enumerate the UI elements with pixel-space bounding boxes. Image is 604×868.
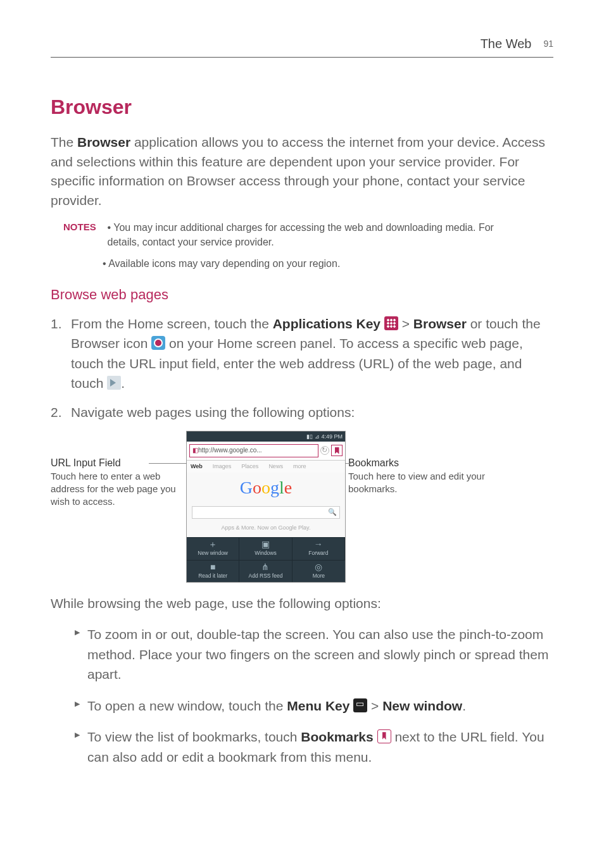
step-2: Navigate web pages using the following o… bbox=[51, 402, 553, 423]
callout-bookmarks: Bookmarks Touch here to view and edit yo… bbox=[348, 431, 500, 495]
menu-more[interactable]: ◎More bbox=[293, 560, 345, 582]
tab-places[interactable]: Places bbox=[241, 462, 258, 471]
refresh-icon[interactable] bbox=[320, 446, 329, 455]
rss-icon: ⋔ bbox=[239, 562, 291, 571]
plus-circle-icon: ＋ bbox=[187, 540, 239, 549]
subheading: Browse web pages bbox=[51, 285, 553, 305]
note-item-1: You may incur additional charges for acc… bbox=[107, 222, 493, 247]
callout-url-input: URL Input Field Touch here to enter a we… bbox=[51, 431, 184, 508]
annotated-screenshot: URL Input Field Touch here to enter a we… bbox=[51, 431, 553, 583]
apps-grid-icon bbox=[384, 316, 398, 330]
applications-key-label: Applications Key bbox=[273, 316, 381, 331]
google-promo-line: Apps & More. Now on Google Play. bbox=[187, 523, 345, 537]
bookmarks-button[interactable] bbox=[331, 445, 343, 456]
go-arrow-icon bbox=[107, 376, 121, 390]
menu-key-label: Menu Key bbox=[287, 698, 349, 713]
browser-label: Browser bbox=[413, 316, 467, 331]
browser-globe-icon bbox=[151, 336, 165, 350]
option-zoom: To zoom in or out, double-tap the screen… bbox=[75, 624, 553, 685]
notes-label: NOTES bbox=[63, 220, 96, 234]
intro-paragraph: The Browser application allows you to ac… bbox=[51, 133, 553, 210]
tab-more[interactable]: more bbox=[293, 462, 306, 471]
more-circle-icon: ◎ bbox=[293, 562, 345, 571]
windows-icon: ▣ bbox=[239, 540, 291, 549]
bookmark-ribbon-icon bbox=[335, 447, 339, 454]
phone-menu-bar: ＋New window ▣Windows →Forward ■Read it l… bbox=[187, 537, 345, 582]
tag-icon: ■ bbox=[187, 562, 239, 571]
menu-forward[interactable]: →Forward bbox=[293, 537, 345, 559]
google-search-box[interactable] bbox=[192, 506, 340, 519]
page-number: 91 bbox=[543, 39, 553, 49]
phone-screenshot: ▮▯ ⊿ 4:49 PM ◧http://www.google.co... We… bbox=[186, 431, 346, 583]
tab-web[interactable]: Web bbox=[191, 462, 203, 471]
menu-new-window[interactable]: ＋New window bbox=[187, 537, 239, 559]
phone-url-row: ◧http://www.google.co... bbox=[187, 442, 345, 461]
tab-images[interactable]: Images bbox=[213, 462, 232, 471]
bookmark-icon bbox=[377, 729, 391, 743]
menu-rss[interactable]: ⋔Add RSS feed bbox=[239, 560, 292, 582]
signal-icon: ▮▯ ⊿ bbox=[306, 433, 321, 440]
note-item-2: Available icons may vary depending on yo… bbox=[108, 258, 340, 269]
tab-news[interactable]: News bbox=[268, 462, 283, 471]
section-name: The Web bbox=[481, 37, 532, 51]
page-title: Browser bbox=[51, 92, 553, 121]
menu-read-later[interactable]: ■Read it later bbox=[187, 560, 239, 582]
post-figure-text: While browsing the web page, use the fol… bbox=[51, 594, 553, 613]
menu-windows[interactable]: ▣Windows bbox=[239, 537, 292, 559]
option-new-window: To open a new window, touch the Menu Key… bbox=[75, 696, 553, 716]
option-bookmarks: To view the list of bookmarks, touch Boo… bbox=[75, 727, 553, 767]
new-window-label: New window bbox=[382, 698, 462, 713]
phone-status-bar: ▮▯ ⊿ 4:49 PM bbox=[187, 431, 345, 442]
step-1: From the Home screen, touch the Applicat… bbox=[51, 314, 553, 394]
leader-line-right bbox=[345, 463, 351, 464]
notes-block: NOTES • You may incur additional charges… bbox=[63, 220, 553, 271]
google-logo: Google bbox=[187, 473, 345, 505]
url-input-field[interactable]: ◧http://www.google.co... bbox=[189, 444, 318, 457]
forward-arrow-icon: → bbox=[293, 540, 344, 549]
running-header: The Web 91 bbox=[51, 35, 553, 58]
app-name-bold: Browser bbox=[77, 135, 130, 149]
bookmarks-label: Bookmarks bbox=[301, 729, 373, 744]
menu-key-icon bbox=[353, 698, 367, 712]
phone-web-tabs: Web Images Places News more bbox=[187, 461, 345, 473]
leader-line-left bbox=[149, 463, 187, 464]
